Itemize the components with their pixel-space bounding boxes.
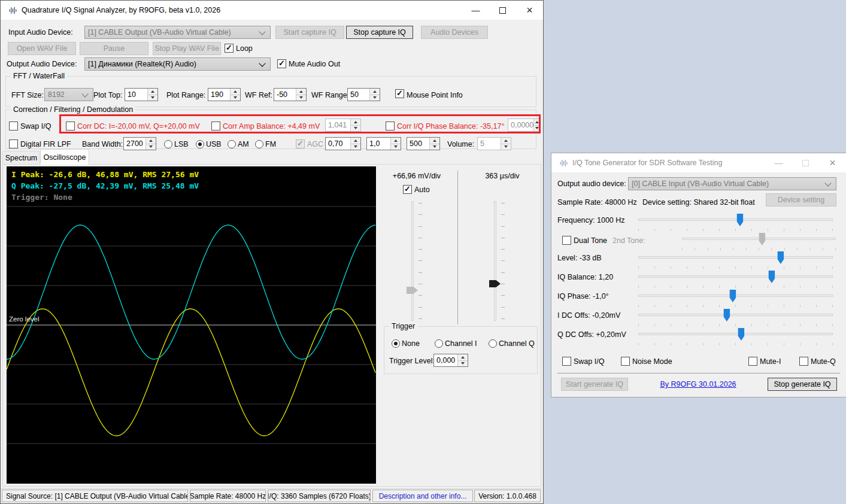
fir-lpf-checkbox[interactable]: [9, 139, 18, 148]
corr-amp-checkbox[interactable]: [211, 122, 220, 130]
audio-devices-button[interactable]: Audio Devices: [421, 26, 488, 39]
plot-top-spinner[interactable]: 10: [125, 88, 158, 101]
pause-button[interactable]: Pause: [80, 42, 148, 55]
second-tone-thumb[interactable]: [759, 233, 765, 245]
minimize-button[interactable]: —: [462, 1, 489, 20]
iq-phase-thumb[interactable]: [729, 290, 736, 302]
noise-mode-checkbox[interactable]: [621, 357, 630, 366]
plot-range-label: Plot Range:: [166, 91, 205, 100]
level-slider[interactable]: [638, 251, 833, 269]
time-per-div-slider[interactable]: [489, 201, 505, 321]
stop-generate-button[interactable]: Stop generate IQ: [768, 378, 837, 391]
analyzer-window: Quadrature I/Q Signal Analyzer, by R9OFG…: [0, 0, 544, 504]
corr-phase-spinner[interactable]: 0,0000: [508, 119, 540, 132]
scope-waveform-svg: [7, 166, 376, 484]
trigger-level-spinner[interactable]: 0,000: [433, 354, 468, 367]
volts-slider-thumb[interactable]: [407, 287, 418, 294]
gen-sample-rate: Sample Rate: 48000 Hz: [557, 198, 637, 207]
second-tone-slider[interactable]: [682, 233, 836, 251]
input-device-combo[interactable]: [1] CABLE Output (VB-Audio Virtual Cable…: [84, 26, 271, 39]
radio-lsb[interactable]: [164, 140, 172, 148]
mouse-point-info-checkbox[interactable]: ✓: [395, 89, 404, 98]
q-dc-offset-slider[interactable]: [638, 328, 833, 346]
fir-lpf-label: Digital FIR LPF: [20, 140, 71, 149]
trigger-legend: Trigger: [389, 322, 417, 330]
frequency-slider[interactable]: [638, 214, 833, 232]
radio-fm-label: FM: [265, 140, 276, 149]
mute-i-checkbox[interactable]: [748, 357, 757, 366]
i-dc-offset-slider[interactable]: [638, 309, 833, 327]
q-dc-offset-thumb[interactable]: [738, 328, 744, 341]
status-version: Version: 1.0.0.468: [474, 490, 541, 502]
start-generate-button[interactable]: Start generate IQ: [561, 378, 628, 391]
filter3-spinner[interactable]: 500: [407, 137, 440, 150]
iq-balance-thumb[interactable]: [768, 271, 775, 283]
start-capture-button[interactable]: Start capture IQ: [275, 26, 344, 39]
corr-amp-spinner[interactable]: 1,041: [325, 119, 361, 132]
mute-q-checkbox[interactable]: [799, 357, 808, 366]
open-wav-button[interactable]: Open WAV File: [8, 42, 76, 55]
gen-device-combo[interactable]: [0] CABLE Input (VB-Audio Virtual Cable): [628, 177, 836, 190]
iq-balance-slider[interactable]: [638, 271, 833, 289]
i-dc-offset-thumb[interactable]: [723, 309, 730, 321]
status-description-link[interactable]: Description and other info...: [372, 490, 473, 502]
radio-fm[interactable]: [255, 140, 263, 148]
stop-capture-button[interactable]: Stop capture IQ: [346, 26, 413, 39]
close-button[interactable]: ×: [819, 153, 846, 172]
trigger-channel-i-label: Channel I: [445, 339, 477, 348]
device-setting-button[interactable]: Device setting: [766, 193, 836, 207]
gen-swap-iq-checkbox[interactable]: [562, 357, 571, 366]
plot-range-spinner[interactable]: 190: [208, 88, 241, 101]
output-device-combo[interactable]: [1] Динамики (Realtek(R) Audio): [84, 57, 271, 71]
slider-track[interactable]: [638, 314, 833, 316]
q-dc-offset-label: Q DC Offs: +0,20mV: [557, 330, 626, 339]
wf-ref-spinner[interactable]: -50: [274, 88, 307, 101]
slider-track[interactable]: [638, 256, 833, 259]
slider-ticks: [501, 203, 505, 319]
panel-divider: [457, 171, 458, 324]
fft-size-combo[interactable]: 8192: [44, 88, 93, 101]
slider-track[interactable]: [638, 275, 833, 278]
filter1-spinner[interactable]: 0,70: [325, 137, 361, 150]
corr-dc-checkbox[interactable]: [66, 122, 75, 130]
wf-range-spinner[interactable]: 50: [347, 88, 380, 101]
minimize-button[interactable]: —: [765, 153, 792, 172]
bandwidth-spinner[interactable]: 2700: [123, 137, 156, 150]
maximize-button[interactable]: [792, 153, 819, 172]
filter2-spinner[interactable]: 1,0: [366, 137, 401, 150]
close-button[interactable]: ×: [516, 1, 543, 20]
radio-usb[interactable]: [196, 140, 204, 148]
tab-spectrum[interactable]: Spectrum: [2, 151, 40, 165]
slider-track[interactable]: [638, 218, 833, 221]
level-thumb[interactable]: [777, 251, 784, 264]
radio-trigger-none[interactable]: [392, 339, 400, 348]
analyzer-titlebar: Quadrature I/Q Signal Analyzer, by R9OFG…: [1, 1, 543, 20]
volts-per-div-slider[interactable]: [407, 201, 422, 321]
frequency-thumb[interactable]: [736, 214, 743, 226]
iq-phase-slider[interactable]: [638, 290, 833, 308]
corr-phase-checkbox[interactable]: [386, 122, 395, 130]
volume-spinner[interactable]: 5: [477, 137, 511, 150]
radio-trigger-channel-i[interactable]: [435, 339, 443, 348]
swap-iq-checkbox[interactable]: [9, 122, 18, 130]
slider-track[interactable]: [494, 201, 496, 321]
radio-am[interactable]: [228, 140, 236, 148]
dual-tone-checkbox[interactable]: [562, 236, 571, 245]
stop-wav-button[interactable]: Stop Play WAV File: [153, 42, 221, 55]
frequency-label: Frequency: 1000 Hz: [557, 216, 625, 225]
credit-link[interactable]: By R9OFG 30.01.2026: [641, 380, 755, 389]
bandwidth-label: Band Width:: [82, 140, 123, 149]
plot-top-label: Plot Top:: [93, 91, 122, 100]
tab-oscilloscope[interactable]: Oscilloscope: [40, 149, 89, 165]
slider-track[interactable]: [638, 333, 833, 335]
oscilloscope-display: I Peak: -26,6 dB, 46,88 mV, RMS 27,56 mV…: [7, 166, 376, 484]
radio-trigger-channel-q[interactable]: [489, 339, 497, 348]
agc-checkbox[interactable]: ✓: [296, 139, 305, 148]
time-slider-thumb[interactable]: [489, 280, 501, 287]
auto-checkbox[interactable]: ✓: [403, 185, 412, 194]
slider-track[interactable]: [411, 201, 414, 321]
mute-audio-checkbox[interactable]: ✓: [277, 59, 286, 68]
slider-ticks: [682, 248, 836, 250]
maximize-button[interactable]: [489, 1, 516, 20]
loop-checkbox[interactable]: ✓: [225, 44, 234, 53]
